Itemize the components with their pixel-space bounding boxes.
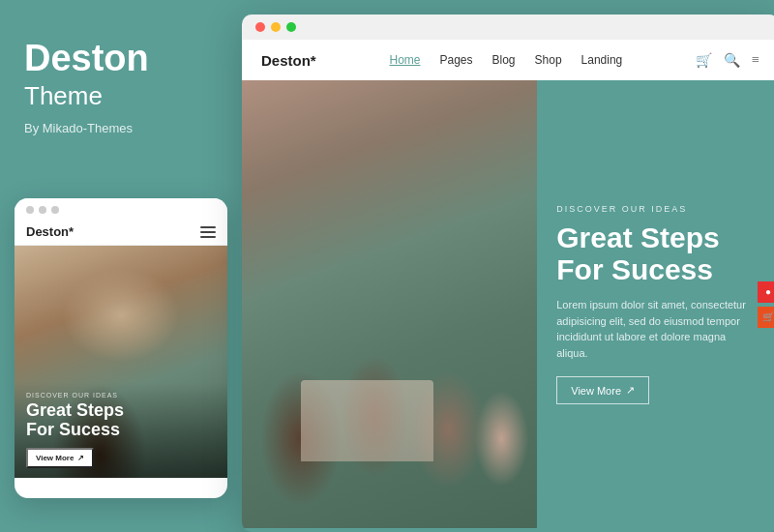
desktop-nav-icons: 🛒 🔍 ≡ [696,52,759,69]
side-buttons: ● 🛒 [758,281,774,328]
mobile-hero-image: DISCOVER OUR IDEAS Great Steps For Suces… [15,246,227,478]
brand-title: Deston [24,39,213,79]
mobile-discover-label: DISCOVER OUR IDEAS [26,392,216,399]
side-button-top[interactable]: ● [758,281,774,303]
mobile-titlebar [15,198,227,219]
desktop-nav-links: Home Pages Blog Shop Landing [389,53,622,67]
cart-icon[interactable]: 🛒 [696,52,712,69]
nav-link-landing[interactable]: Landing [581,53,623,67]
mobile-view-more-button[interactable]: View More ↗ [26,448,94,468]
nav-link-shop[interactable]: Shop [535,53,562,67]
hero-image-fake [242,80,537,528]
mobile-navbar: Deston* [15,219,227,246]
desktop-titlebar [242,15,774,40]
menu-icon[interactable]: ≡ [752,52,759,68]
mobile-dot-2 [39,206,46,214]
hero-view-more-button[interactable]: View More ↗ [556,376,649,404]
hero-discover-label: DISCOVER OUR IDEAS [556,204,759,214]
side-button-bottom[interactable]: 🛒 [758,307,774,328]
hero-heading: Great Steps For Sucess [556,222,759,285]
desktop-mockup: Deston* Home Pages Blog Shop Landing 🛒 🔍… [242,15,774,532]
desktop-hero: DISCOVER OUR IDEAS Great Steps For Suces… [242,80,774,528]
nav-link-home[interactable]: Home [389,53,420,67]
hamburger-icon[interactable] [200,226,216,238]
mobile-hero-heading: Great Steps For Sucess [26,401,216,440]
mobile-hero-overlay: DISCOVER OUR IDEAS Great Steps For Suces… [15,382,227,478]
hero-text-area: DISCOVER OUR IDEAS Great Steps For Suces… [537,80,774,528]
search-icon[interactable]: 🔍 [724,52,740,69]
desktop-browser-content: Deston* Home Pages Blog Shop Landing 🛒 🔍… [242,40,774,528]
hero-image [242,80,537,528]
desktop-dot-yellow [271,22,281,32]
mobile-logo: Deston* [26,224,74,239]
nav-link-pages[interactable]: Pages [439,53,472,67]
nav-link-blog[interactable]: Blog [492,53,516,67]
hero-body-text: Lorem ipsum dolor sit amet, consectetur … [556,297,759,361]
desktop-dot-green [286,22,296,32]
mobile-dot-1 [26,206,34,214]
desktop-dot-red [255,22,265,32]
mobile-mockup: Deston* DISCOVER OUR IDEAS Great Steps F… [15,198,227,498]
mobile-dot-3 [51,206,59,214]
desktop-logo: Deston* [261,52,316,69]
desktop-navbar: Deston* Home Pages Blog Shop Landing 🛒 🔍… [242,40,774,80]
brand-subtitle: Theme [24,81,213,111]
brand-by: By Mikado-Themes [24,121,213,135]
